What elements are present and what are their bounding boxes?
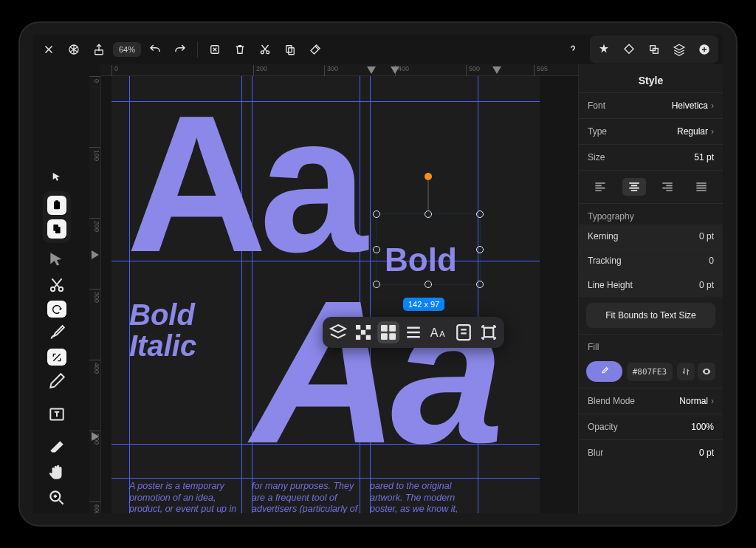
svg-rect-24 [389, 325, 396, 332]
zoom-tool[interactable] [47, 488, 66, 507]
fit-bounds-button[interactable]: Fit Bounds to Text Size [586, 303, 715, 328]
body-text-col1[interactable]: A poster is a temporary promotion of an … [129, 481, 238, 513]
svg-point-4 [267, 51, 269, 54]
resize-handle-icon[interactable] [373, 246, 380, 253]
selection-tool[interactable] [47, 169, 66, 186]
grid-icon[interactable] [377, 321, 399, 343]
sample-aa-bold[interactable]: Aa [126, 106, 360, 261]
ruler-marker-icon[interactable] [492, 66, 501, 74]
fill-hex-value[interactable]: #807FE3 [627, 363, 673, 381]
resize-handle-icon[interactable] [476, 246, 484, 253]
canvas[interactable]: Aa Aa Bold Bold Italic A poster is a tem… [101, 76, 578, 513]
visibility-icon[interactable] [698, 363, 715, 380]
rotate-tool[interactable] [47, 301, 66, 318]
vertical-ruler[interactable]: 0 100 200 300 400 500 600 [89, 76, 101, 513]
notes-icon[interactable] [453, 321, 475, 343]
brush-tool[interactable] [47, 323, 66, 343]
node-tool[interactable] [47, 250, 66, 270]
chevron-right-icon: › [711, 126, 714, 137]
text-tool[interactable] [47, 405, 66, 424]
layers-icon[interactable] [327, 321, 349, 343]
lineheight-row[interactable]: Line Height 0 pt [579, 273, 723, 297]
resize-handle-icon[interactable] [373, 210, 380, 218]
trash-button[interactable] [229, 38, 251, 61]
svg-text:A: A [430, 326, 439, 339]
text-case-icon[interactable]: AA [427, 321, 450, 343]
pencil-tool[interactable] [47, 371, 66, 391]
zoom-indicator[interactable]: 64% [113, 42, 141, 57]
redo-button[interactable] [169, 38, 191, 61]
fill-header: Fill [579, 334, 723, 355]
blur-row[interactable]: Blur 0 pt [579, 439, 723, 465]
typography-header: Typography [579, 203, 723, 225]
align-right-button[interactable] [656, 178, 679, 196]
sample-aa-bolditalic[interactable]: Aa [252, 290, 496, 453]
alignment-row [579, 170, 723, 203]
select-all-button[interactable] [204, 38, 226, 61]
panel-title: Style [579, 64, 723, 92]
svg-text:A: A [439, 329, 445, 338]
rotation-line [428, 180, 429, 210]
magic-button[interactable] [304, 38, 326, 61]
selection-bounds[interactable] [376, 213, 481, 285]
type-row[interactable]: Type Regular› [579, 118, 723, 144]
font-row[interactable]: Font Helvetica› [579, 92, 723, 118]
layers-tab[interactable] [668, 38, 690, 61]
svg-rect-13 [55, 227, 61, 234]
list-icon[interactable] [402, 321, 425, 343]
horizontal-ruler[interactable]: 0 200 300 400 500 595 [101, 64, 578, 76]
rotation-handle-icon[interactable] [425, 173, 432, 180]
text-label-bolditalic[interactable]: Bold Italic [129, 299, 196, 361]
align-left-button[interactable] [588, 178, 612, 196]
close-button[interactable] [38, 38, 60, 61]
project-icon[interactable] [63, 38, 85, 61]
svg-rect-29 [457, 325, 470, 340]
help-button[interactable] [562, 38, 584, 61]
swap-icon[interactable] [677, 363, 695, 380]
body-text-col3[interactable]: pared to the original artwork. The moder… [370, 481, 479, 513]
blend-mode-row[interactable]: Blend Mode Normal› [579, 388, 723, 414]
resize-handle-icon[interactable] [476, 281, 484, 288]
main-area: 0 200 300 400 500 595 0 100 200 300 400 [33, 64, 723, 513]
ruler-marker-icon[interactable] [367, 66, 376, 74]
transform-tab[interactable] [618, 38, 640, 61]
kerning-row[interactable]: Kerning 0 pt [579, 225, 723, 248]
cut-button[interactable] [254, 38, 276, 61]
svg-rect-20 [361, 330, 365, 335]
tracking-row[interactable]: Tracking 0 [579, 248, 723, 273]
appearance-tab[interactable] [593, 38, 615, 61]
frame-icon[interactable] [478, 321, 500, 343]
panel-tabs [590, 35, 718, 64]
ruler-marker-icon[interactable] [92, 250, 99, 259]
tablet-frame: 64% [13, 16, 743, 532]
align-center-button[interactable] [622, 178, 646, 196]
body-text-col2[interactable]: for many purposes. They are a frequent t… [252, 481, 361, 513]
fill-color-swatch[interactable] [586, 361, 622, 382]
style-panel: Style Font Helvetica› Type Regular› Size… [578, 64, 723, 513]
resize-handle-icon[interactable] [425, 210, 432, 218]
size-row[interactable]: Size 51 pt [579, 144, 723, 170]
svg-rect-30 [484, 328, 494, 338]
hand-tool[interactable] [47, 463, 66, 482]
arrange-tab[interactable] [643, 38, 665, 61]
dimension-badge: 142 x 97 [403, 298, 444, 311]
resize-handle-icon[interactable] [476, 210, 484, 218]
resize-handle-icon[interactable] [425, 281, 432, 288]
artboard[interactable]: Aa Aa Bold Bold Italic A poster is a tem… [111, 76, 540, 513]
align-justify-button[interactable] [690, 178, 713, 196]
eraser-tool[interactable] [47, 438, 66, 457]
paste-multiple-tool[interactable] [47, 219, 66, 239]
undo-button[interactable] [144, 38, 166, 61]
add-button[interactable] [693, 38, 715, 61]
canvas-area[interactable]: 0 200 300 400 500 595 0 100 200 300 400 [80, 64, 578, 513]
copy-button[interactable] [279, 38, 301, 61]
svg-rect-22 [366, 335, 371, 340]
scissors-tool[interactable] [47, 275, 66, 295]
share-button[interactable] [88, 38, 110, 61]
scale-tool[interactable] [47, 349, 66, 366]
opacity-row[interactable]: Opacity 100% [579, 414, 723, 439]
resize-handle-icon[interactable] [373, 281, 380, 288]
checker-icon[interactable] [352, 321, 374, 343]
paste-tool[interactable] [47, 196, 66, 215]
divider [197, 41, 198, 58]
